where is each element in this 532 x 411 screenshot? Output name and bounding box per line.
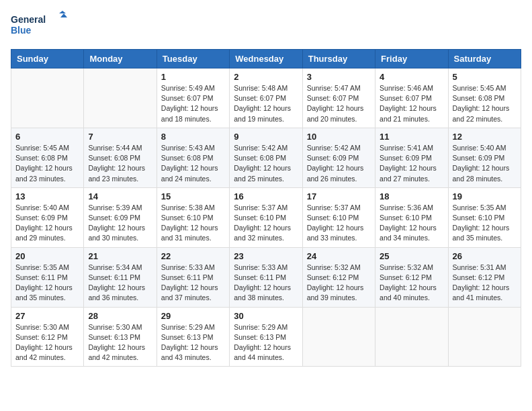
weekday-header-wednesday: Wednesday [230,50,302,68]
day-number: 8 [161,132,225,142]
calendar-cell: 21Sunrise: 5:34 AMSunset: 6:11 PMDayligh… [84,247,157,307]
calendar-cell: 25Sunrise: 5:32 AMSunset: 6:12 PMDayligh… [375,247,448,307]
calendar-cell: 24Sunrise: 5:32 AMSunset: 6:12 PMDayligh… [302,247,375,307]
day-info: Sunrise: 5:37 AMSunset: 6:10 PMDaylight:… [307,203,371,244]
calendar-cell: 6Sunrise: 5:45 AMSunset: 6:08 PMDaylight… [11,128,84,187]
day-number: 11 [380,132,443,142]
day-info: Sunrise: 5:45 AMSunset: 6:08 PMDaylight:… [453,83,517,124]
calendar-cell: 20Sunrise: 5:35 AMSunset: 6:11 PMDayligh… [11,247,84,307]
week-row-1: 1Sunrise: 5:49 AMSunset: 6:07 PMDaylight… [11,68,521,128]
day-number: 17 [307,191,371,201]
day-info: Sunrise: 5:39 AMSunset: 6:09 PMDaylight:… [88,203,152,244]
day-number: 5 [453,72,517,82]
day-number: 26 [453,251,517,261]
day-info: Sunrise: 5:31 AMSunset: 6:12 PMDaylight:… [453,263,517,304]
day-info: Sunrise: 5:48 AMSunset: 6:07 PMDaylight:… [234,83,298,124]
day-number: 22 [161,251,225,261]
calendar-cell: 23Sunrise: 5:33 AMSunset: 6:11 PMDayligh… [230,247,302,307]
day-number: 3 [307,72,371,82]
day-number: 10 [307,132,371,142]
day-info: Sunrise: 5:32 AMSunset: 6:12 PMDaylight:… [380,263,443,304]
calendar-cell: 8Sunrise: 5:43 AMSunset: 6:08 PMDaylight… [157,128,229,187]
calendar-cell: 30Sunrise: 5:29 AMSunset: 6:13 PMDayligh… [230,307,302,367]
weekday-header-row: SundayMondayTuesdayWednesdayThursdayFrid… [11,50,521,68]
day-number: 15 [161,191,225,201]
svg-marker-3 [60,13,67,17]
calendar-cell: 27Sunrise: 5:30 AMSunset: 6:12 PMDayligh… [11,307,84,367]
day-number: 29 [161,311,225,321]
day-number: 18 [380,191,443,201]
calendar-cell: 17Sunrise: 5:37 AMSunset: 6:10 PMDayligh… [302,187,375,247]
day-number: 28 [88,311,152,321]
day-number: 30 [234,311,298,321]
calendar-cell [11,68,84,128]
day-info: Sunrise: 5:49 AMSunset: 6:07 PMDaylight:… [161,83,225,124]
calendar-cell: 29Sunrise: 5:29 AMSunset: 6:13 PMDayligh… [157,307,229,367]
calendar-cell: 26Sunrise: 5:31 AMSunset: 6:12 PMDayligh… [448,247,521,307]
day-number: 2 [234,72,298,82]
week-row-3: 13Sunrise: 5:40 AMSunset: 6:09 PMDayligh… [11,187,521,247]
day-number: 24 [307,251,371,261]
day-number: 7 [88,132,152,142]
day-number: 20 [15,251,79,261]
day-info: Sunrise: 5:33 AMSunset: 6:11 PMDaylight:… [234,263,298,304]
calendar-cell: 13Sunrise: 5:40 AMSunset: 6:09 PMDayligh… [11,187,84,247]
week-row-2: 6Sunrise: 5:45 AMSunset: 6:08 PMDaylight… [11,128,521,187]
page-header: General Blue [11,11,521,41]
calendar-cell: 2Sunrise: 5:48 AMSunset: 6:07 PMDaylight… [230,68,302,128]
day-number: 14 [88,191,152,201]
day-number: 6 [15,132,79,142]
day-number: 21 [88,251,152,261]
svg-marker-2 [59,11,66,13]
day-number: 13 [15,191,79,201]
calendar-cell [448,307,521,367]
weekday-header-sunday: Sunday [11,50,84,68]
calendar-cell: 14Sunrise: 5:39 AMSunset: 6:09 PMDayligh… [84,187,157,247]
logo: General Blue [11,11,71,41]
day-info: Sunrise: 5:40 AMSunset: 6:09 PMDaylight:… [453,143,517,184]
day-info: Sunrise: 5:46 AMSunset: 6:07 PMDaylight:… [380,83,443,124]
day-number: 25 [380,251,443,261]
day-info: Sunrise: 5:41 AMSunset: 6:09 PMDaylight:… [380,143,443,184]
day-info: Sunrise: 5:42 AMSunset: 6:08 PMDaylight:… [234,143,298,184]
calendar-cell: 11Sunrise: 5:41 AMSunset: 6:09 PMDayligh… [375,128,448,187]
calendar-cell: 5Sunrise: 5:45 AMSunset: 6:08 PMDaylight… [448,68,521,128]
day-info: Sunrise: 5:47 AMSunset: 6:07 PMDaylight:… [307,83,371,124]
day-number: 9 [234,132,298,142]
week-row-4: 20Sunrise: 5:35 AMSunset: 6:11 PMDayligh… [11,247,521,307]
weekday-header-monday: Monday [84,50,157,68]
weekday-header-friday: Friday [375,50,448,68]
calendar-table: SundayMondayTuesdayWednesdayThursdayFrid… [11,49,521,367]
weekday-header-saturday: Saturday [448,50,521,68]
weekday-header-thursday: Thursday [302,50,375,68]
day-info: Sunrise: 5:43 AMSunset: 6:08 PMDaylight:… [161,143,225,184]
calendar-cell: 22Sunrise: 5:33 AMSunset: 6:11 PMDayligh… [157,247,229,307]
day-info: Sunrise: 5:37 AMSunset: 6:10 PMDaylight:… [234,203,298,244]
day-info: Sunrise: 5:33 AMSunset: 6:11 PMDaylight:… [161,263,225,304]
day-number: 4 [380,72,443,82]
day-info: Sunrise: 5:35 AMSunset: 6:10 PMDaylight:… [453,203,517,244]
calendar-cell: 10Sunrise: 5:42 AMSunset: 6:09 PMDayligh… [302,128,375,187]
day-info: Sunrise: 5:45 AMSunset: 6:08 PMDaylight:… [15,143,79,184]
day-number: 16 [234,191,298,201]
weekday-header-tuesday: Tuesday [157,50,229,68]
calendar-cell: 4Sunrise: 5:46 AMSunset: 6:07 PMDaylight… [375,68,448,128]
calendar-cell: 12Sunrise: 5:40 AMSunset: 6:09 PMDayligh… [448,128,521,187]
calendar-cell: 18Sunrise: 5:36 AMSunset: 6:10 PMDayligh… [375,187,448,247]
day-info: Sunrise: 5:40 AMSunset: 6:09 PMDaylight:… [15,203,79,244]
calendar-cell: 28Sunrise: 5:30 AMSunset: 6:13 PMDayligh… [84,307,157,367]
day-info: Sunrise: 5:29 AMSunset: 6:13 PMDaylight:… [161,322,225,363]
calendar-cell [302,307,375,367]
day-info: Sunrise: 5:36 AMSunset: 6:10 PMDaylight:… [380,203,443,244]
day-number: 19 [453,191,517,201]
day-info: Sunrise: 5:34 AMSunset: 6:11 PMDaylight:… [88,263,152,304]
calendar-cell: 9Sunrise: 5:42 AMSunset: 6:08 PMDaylight… [230,128,302,187]
calendar-cell [84,68,157,128]
calendar-cell [375,307,448,367]
day-info: Sunrise: 5:38 AMSunset: 6:10 PMDaylight:… [161,203,225,244]
calendar-cell: 3Sunrise: 5:47 AMSunset: 6:07 PMDaylight… [302,68,375,128]
calendar-cell: 19Sunrise: 5:35 AMSunset: 6:10 PMDayligh… [448,187,521,247]
day-info: Sunrise: 5:35 AMSunset: 6:11 PMDaylight:… [15,263,79,304]
logo-svg: General Blue [11,11,71,41]
day-info: Sunrise: 5:44 AMSunset: 6:08 PMDaylight:… [88,143,152,184]
